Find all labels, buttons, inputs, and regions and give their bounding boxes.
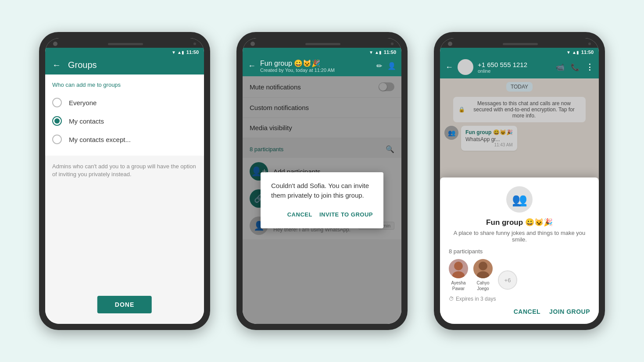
invite-group-desc: A place to share funny jokes and things … <box>449 230 590 243</box>
invite-avatars: AyeshaPawar <box>449 259 590 291</box>
dialog-invite-button[interactable]: INVITE TO GROUP <box>319 209 373 220</box>
who-can-add-section: Who can add me to groups Everyone My con… <box>45 75 204 156</box>
phone-icon[interactable]: 📞 <box>571 63 580 71</box>
invite-expiry: ⏱ Expires in 3 days <box>449 296 590 302</box>
sensor-dot <box>193 43 196 45</box>
groups-content: Who can add me to groups Everyone My con… <box>45 75 204 324</box>
done-button[interactable]: DONE <box>97 296 152 313</box>
signal-icon: ▲▮ <box>177 50 184 55</box>
avatar-cahyo-name: CahyoJoego <box>473 280 493 291</box>
chat-header: ← +1 650 555 1212 online 📹 📞 ⋮ <box>440 56 599 78</box>
dialog-text: Couldn't add Sofia. You can invite them … <box>271 181 373 201</box>
status-bar-3: ▼ ▲▮ 11:50 <box>440 48 599 56</box>
group-created: Created by You, today at 11:20 AM <box>260 67 372 73</box>
svg-point-2 <box>449 259 468 278</box>
phones-container: ▼ ▲▮ 11:50 ← Groups Who can add me to gr… <box>39 32 605 330</box>
more-count-circle: +6 <box>498 270 517 290</box>
groups-header: ← Groups <box>45 56 204 75</box>
avatar-ayesha-circle <box>449 259 468 278</box>
status-bar-1: ▼ ▲▮ 11:50 <box>45 48 204 56</box>
camera-dot-2 <box>250 42 255 46</box>
header-icons: ✏ 👤 <box>376 62 396 70</box>
group-info-content: Mute notifications Custom notifications … <box>243 76 401 324</box>
invite-participants-label: 8 participants <box>449 248 590 255</box>
group-info-header: ← Fun group 😀😺🎉 Created by You, today at… <box>243 56 401 76</box>
avatar-cahyo-circle <box>473 259 493 278</box>
time-display: 11:50 <box>186 50 199 55</box>
phone-3: ▼ ▲▮ 11:50 ← +1 650 555 1212 online 📹 📞 … <box>434 32 605 330</box>
more-icon[interactable]: ⋮ <box>586 62 594 72</box>
invite-cancel-button[interactable]: CANCEL <box>514 308 540 315</box>
sensor-dot-2 <box>391 43 394 45</box>
contact-name: +1 650 555 1212 <box>478 61 551 68</box>
option-everyone[interactable]: Everyone <box>52 93 197 112</box>
edit-icon[interactable]: ✏ <box>376 62 382 70</box>
join-group-button[interactable]: JOIN GROUP <box>549 308 590 315</box>
radio-contacts-except[interactable] <box>52 135 62 144</box>
signal-icon-3: ▲▮ <box>572 50 579 55</box>
status-bar-2: ▼ ▲▮ 11:50 <box>243 48 401 56</box>
done-btn-area: DONE <box>97 296 152 313</box>
groups-title: Groups <box>68 60 97 70</box>
signal-icon-2: ▲▮ <box>375 50 382 55</box>
add-participant-icon[interactable]: 👤 <box>387 62 396 70</box>
speaker-bar-2 <box>305 43 340 45</box>
more-avatars: +6 <box>498 270 517 291</box>
sensor-dot-3 <box>588 43 591 45</box>
camera-dot-3 <box>448 42 452 46</box>
invite-group-icon: 👥 <box>506 186 533 213</box>
phone-1: ▼ ▲▮ 11:50 ← Groups Who can add me to gr… <box>39 32 210 330</box>
camera-dot <box>53 42 57 46</box>
dialog-cancel-button[interactable]: CANCEL <box>287 209 312 220</box>
svg-point-5 <box>473 259 493 278</box>
group-name: Fun group 😀😺🎉 <box>260 59 372 67</box>
option-my-contacts[interactable]: My contacts <box>52 112 197 130</box>
my-contacts-label: My contacts <box>69 117 104 125</box>
invite-actions: CANCEL JOIN GROUP <box>449 308 590 315</box>
back-button-2[interactable]: ← <box>248 61 256 71</box>
group-name-header: Fun group 😀😺🎉 Created by You, today at 1… <box>260 59 372 73</box>
expiry-text: Expires in 3 days <box>456 296 496 302</box>
contact-status: online <box>478 68 551 74</box>
invite-card: 👥 Fun group 😀😺🎉 A place to share funny j… <box>440 177 599 324</box>
dialog-box: Couldn't add Sofia. You can invite them … <box>261 172 383 228</box>
dialog-buttons: CANCEL INVITE TO GROUP <box>271 209 373 220</box>
settings-note: Admins who can't add you to a group will… <box>45 156 204 185</box>
video-icon[interactable]: 📹 <box>556 63 565 71</box>
time-display-2: 11:50 <box>384 50 396 55</box>
speaker-bar-3 <box>503 43 538 45</box>
phone-2: ▼ ▲▮ 11:50 ← Fun group 😀😺🎉 Created by Yo… <box>236 32 408 330</box>
wifi-icon-3: ▼ <box>566 50 571 55</box>
back-button-3[interactable]: ← <box>445 63 453 72</box>
chat-header-icons: 📹 📞 ⋮ <box>556 62 594 72</box>
wifi-icon: ▼ <box>172 50 176 55</box>
dialog-overlay: Couldn't add Sofia. You can invite them … <box>243 76 401 324</box>
radio-my-contacts[interactable] <box>52 116 62 126</box>
time-display-3: 11:50 <box>581 50 594 55</box>
invite-overlay: 👥 Fun group 😀😺🎉 A place to share funny j… <box>440 78 599 324</box>
back-button[interactable]: ← <box>52 60 61 70</box>
contacts-except-label: My contacts except... <box>69 136 131 143</box>
wifi-icon-2: ▼ <box>369 50 373 55</box>
contact-info: +1 650 555 1212 online <box>478 61 551 74</box>
contact-avatar <box>458 59 473 75</box>
section-label: Who can add me to groups <box>52 82 197 88</box>
clock-icon: ⏱ <box>449 296 454 302</box>
avatar-ayesha: AyeshaPawar <box>449 259 468 291</box>
avatar-cahyo: CahyoJoego <box>473 259 493 291</box>
everyone-label: Everyone <box>69 99 97 106</box>
option-contacts-except[interactable]: My contacts except... <box>52 130 197 149</box>
radio-everyone[interactable] <box>52 98 62 107</box>
chat-area: TODAY 🔒 Messages to this chat and calls … <box>440 78 599 324</box>
invite-group-name: Fun group 😀😺🎉 <box>449 218 590 227</box>
speaker-bar <box>108 43 143 45</box>
avatar-ayesha-name: AyeshaPawar <box>449 280 468 291</box>
